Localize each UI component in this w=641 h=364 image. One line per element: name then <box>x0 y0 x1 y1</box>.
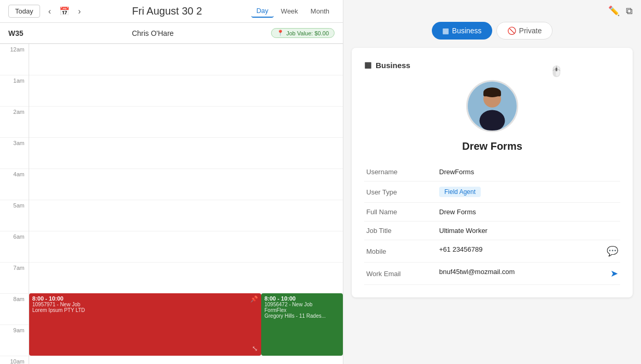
time-4am: 4am <box>0 168 29 200</box>
time-9am: 9am <box>0 324 29 356</box>
card-section-header: ▦ Business <box>364 60 620 70</box>
tab-week[interactable]: Week <box>276 5 303 18</box>
avatar-svg <box>468 80 517 132</box>
label-mobile: Mobile <box>364 240 437 263</box>
label-full-name: Full Name <box>364 203 437 222</box>
table-row: Mobile +61 23456789 💬 <box>364 240 620 263</box>
private-icon: 🚫 <box>507 27 516 35</box>
event-1-time: 8:00 - 10:00 <box>32 295 258 302</box>
right-panel: ✏️ ⧉ ▦ Business 🚫 Private 🖱️ ▦ Business <box>343 0 641 364</box>
profile-table: Username DrewForms User Type Field Agent… <box>364 163 620 285</box>
table-row: Full Name Drew Forms <box>364 203 620 222</box>
card-section-label: Business <box>376 61 411 70</box>
time-5am: 5am <box>0 200 29 231</box>
tab-month[interactable]: Month <box>305 5 335 18</box>
event-2-time: 8:00 - 10:00 <box>264 295 340 302</box>
label-username: Username <box>364 163 437 181</box>
business-icon: ▦ <box>442 27 449 35</box>
label-job-title: Job Title <box>364 222 437 240</box>
private-toggle-button[interactable]: 🚫 Private <box>496 22 553 40</box>
value-user-type: Field Agent <box>437 181 620 203</box>
value-full-name: Drew Forms <box>437 203 620 222</box>
time-6am: 6am <box>0 231 29 262</box>
calendar-panel: Today ‹ 📅 › Fri August 30 2 Day Week Mon… <box>0 0 343 364</box>
edit-button[interactable]: ✏️ <box>608 5 620 17</box>
time-2am: 2am <box>0 106 29 137</box>
expand-icon: ⤡ <box>252 344 258 353</box>
avatar <box>466 80 518 132</box>
person-name: Chris O'Hare <box>39 29 267 37</box>
send-email-icon[interactable]: ➤ <box>610 268 618 279</box>
table-row: Work Email bnuf45twl@mozmail.com ➤ <box>364 263 620 285</box>
svg-rect-4 <box>483 93 501 97</box>
time-column: 12am 1am 2am 3am 4am 5am 6am 7am 8am 9am… <box>0 44 29 364</box>
private-label: Private <box>519 27 542 35</box>
table-row: User Type Field Agent <box>364 181 620 203</box>
view-tabs: Day Week Month <box>251 5 335 18</box>
events-column: 📌 8:00 - 10:00 10957971 - New Job Lorem … <box>29 44 343 364</box>
job-value-badge: 📍 Job Value: $0.00 <box>271 28 335 38</box>
value-mobile: +61 23456789 💬 <box>437 240 620 263</box>
calendar-header: Today ‹ 📅 › Fri August 30 2 Day Week Mon… <box>0 0 343 23</box>
week-label: W35 <box>8 29 34 37</box>
prev-arrow[interactable]: ‹ <box>46 5 53 18</box>
event-1-company: Lorem Ipsum PTY LTD <box>32 307 258 313</box>
value-work-email: bnuf45twl@mozmail.com ➤ <box>437 263 620 285</box>
time-10am: 10am <box>0 356 29 364</box>
event-2-location: Gregory Hills - 11 Rades... <box>264 313 340 319</box>
label-user-type: User Type <box>364 181 437 203</box>
toggle-row: ▦ Business 🚫 Private <box>352 22 633 40</box>
job-value-text: Job Value: $0.00 <box>286 30 329 36</box>
calendar-icon: 📅 <box>59 6 70 16</box>
right-content: ▦ Business 🚫 Private 🖱️ ▦ Business <box>343 22 641 364</box>
table-row: Username DrewForms <box>364 163 620 181</box>
time-1am: 1am <box>0 75 29 106</box>
business-toggle-button[interactable]: ▦ Business <box>432 22 492 40</box>
tab-day[interactable]: Day <box>251 5 274 18</box>
time-3am: 3am <box>0 137 29 168</box>
time-8am: 8am <box>0 293 29 324</box>
value-job-title: Ultimate Worker <box>437 222 620 240</box>
calendar-subheader: W35 Chris O'Hare 📍 Job Value: $0.00 <box>0 23 343 44</box>
table-row: Job Title Ultimate Worker <box>364 222 620 240</box>
today-button[interactable]: Today <box>8 5 40 18</box>
event-block-red[interactable]: 📌 8:00 - 10:00 10957971 - New Job Lorem … <box>29 293 261 356</box>
date-title: Fri August 30 2 <box>89 5 245 17</box>
time-7am: 7am <box>0 262 29 293</box>
external-link-button[interactable]: ⧉ <box>626 6 633 17</box>
profile-card: ▦ Business <box>352 48 633 297</box>
label-work-email: Work Email <box>364 263 437 285</box>
right-toolbar: ✏️ ⧉ <box>343 0 641 22</box>
message-icon[interactable]: 💬 <box>607 245 618 257</box>
business-label: Business <box>452 27 482 35</box>
event-1-job: 10957971 - New Job <box>32 302 258 307</box>
event-2-company: FormFlex <box>264 307 340 313</box>
event-block-green[interactable]: 8:00 - 10:00 10956472 - New Job FormFlex… <box>261 293 343 356</box>
svg-point-2 <box>480 110 505 132</box>
profile-name: Drew Forms <box>364 140 620 152</box>
time-12am: 12am <box>0 44 29 75</box>
next-arrow[interactable]: › <box>76 5 83 18</box>
value-username: DrewForms <box>437 163 620 181</box>
location-pin-icon: 📍 <box>277 30 284 36</box>
calendar-body[interactable]: 12am 1am 2am 3am 4am 5am 6am 7am 8am 9am… <box>0 44 343 364</box>
avatar-container <box>364 80 620 132</box>
event-2-job: 10956472 - New Job <box>264 302 340 307</box>
business-section-icon: ▦ <box>364 60 371 70</box>
field-agent-badge: Field Agent <box>439 187 481 197</box>
